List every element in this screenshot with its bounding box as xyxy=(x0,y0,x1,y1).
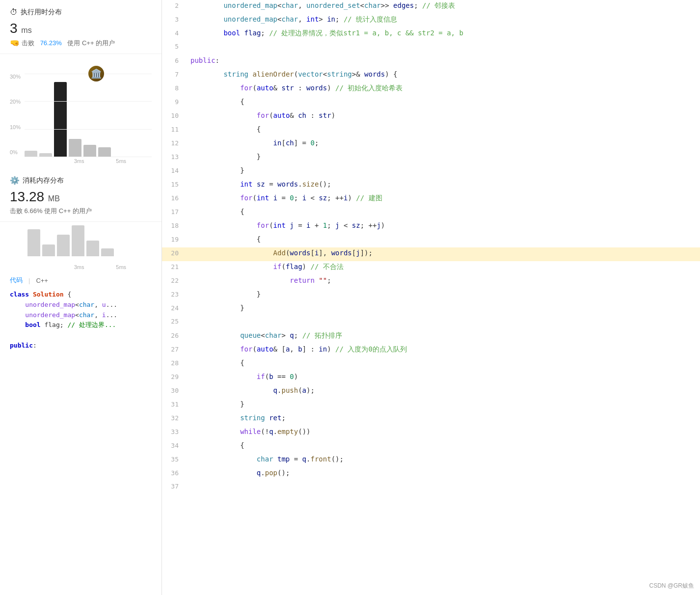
line-content-28: { xyxy=(187,357,700,369)
line-num-20: 20 xyxy=(162,248,187,258)
line-num-22: 22 xyxy=(162,275,187,286)
code-line-8: 8 for(auto& str : words) // 初始化入度哈希表 xyxy=(162,82,700,96)
code-line-36: 36 q.pop(); xyxy=(162,467,700,481)
bar-4 xyxy=(69,139,81,157)
watermark: CSDN @GR鲅鱼 xyxy=(649,582,694,590)
line-content-2: unordered_map<char, unordered_set<char>>… xyxy=(187,0,700,11)
chart-avatar: 🏛️ xyxy=(87,65,105,82)
code-tab-bar: 代码 | C++ xyxy=(10,276,152,285)
line-num-34: 34 xyxy=(162,440,187,451)
x-label-3ms-1: 3ms xyxy=(70,158,89,164)
line-content-18: for(int j = i + 1; j < sz; ++j) xyxy=(187,220,700,231)
line-num-16: 16 xyxy=(162,193,187,203)
code-line-15: 15 int sz = words.size(); xyxy=(162,179,700,192)
bar-5 xyxy=(83,145,96,157)
line-content-7: string alienOrder(vector<string>& words)… xyxy=(187,69,700,80)
time-sub: 🤜 击败 76.23% 使用 C++ 的用户 xyxy=(10,38,152,48)
time-chart-area: 30% 20% 10% 0% 🏛️ xyxy=(0,54,162,164)
line-num-26: 26 xyxy=(162,330,187,341)
left-panel: ⏱ 执行用时分布 3 ms 🤜 击败 76.23% 使用 C++ 的用户 30%… xyxy=(0,0,162,595)
line-content-35: char tmp = q.front(); xyxy=(187,454,700,465)
code-line-6: 6 public: xyxy=(162,55,700,69)
time-section: ⏱ 执行用时分布 3 ms 🤜 击败 76.23% 使用 C++ 的用户 xyxy=(0,0,162,54)
code-line-26: 26 queue<char> q; // 拓扑排序 xyxy=(162,330,700,344)
code-section-left: 代码 | C++ class Solution { unordered_map<… xyxy=(0,270,162,595)
code-line-35: 35 char tmp = q.front(); xyxy=(162,454,700,467)
line-num-17: 17 xyxy=(162,207,187,217)
code-line-12: 12 in[ch] = 0; xyxy=(162,137,700,151)
bar-3 xyxy=(54,82,67,157)
line-content-30: q.push(a); xyxy=(187,385,700,396)
code-line-23: 23 } xyxy=(162,289,700,302)
line-content-14: } xyxy=(187,165,700,176)
line-num-31: 31 xyxy=(162,399,187,409)
line-content-20: Add(words[i], words[j]); xyxy=(187,247,700,259)
mini-bar-3 xyxy=(57,235,70,256)
code-line-28: 28 { xyxy=(162,357,700,371)
line-num-2: 2 xyxy=(162,0,187,11)
line-content-29: if(b == 0) xyxy=(187,371,700,382)
line-content-15: int sz = words.size(); xyxy=(187,179,700,190)
line-content-27: for(auto& [a, b] : in) // 入度为0的点入队列 xyxy=(187,344,700,355)
beat-icon: 🤜 xyxy=(10,38,20,48)
mini-bar-1 xyxy=(27,229,40,256)
line-num-6: 6 xyxy=(162,55,187,66)
code-line-3: 3 unordered_map<char, int> in; // 统计入度信息 xyxy=(162,14,700,27)
mini-bar-5 xyxy=(86,241,99,256)
line-num-13: 13 xyxy=(162,152,187,162)
clock-icon: ⏱ xyxy=(10,8,18,17)
code-line-13: 13 } xyxy=(162,151,700,165)
line-num-8: 8 xyxy=(162,83,187,93)
tab-code[interactable]: 代码 xyxy=(10,276,23,285)
memory-value: 13.28 MB xyxy=(10,189,152,205)
line-content-32: string ret; xyxy=(187,412,700,424)
x-label-5ms-1: 5ms xyxy=(111,158,131,164)
bar-1 xyxy=(25,151,37,157)
tab-divider: | xyxy=(28,277,30,284)
line-num-27: 27 xyxy=(162,344,187,354)
line-num-25: 25 xyxy=(162,316,187,326)
code-line-17: 17 { xyxy=(162,206,700,220)
code-line-14: 14 } xyxy=(162,165,700,179)
mini-bar-2 xyxy=(42,244,55,256)
code-line-30: 30 q.push(a); xyxy=(162,385,700,399)
code-line-24: 24 } xyxy=(162,302,700,316)
y-label-0: 0% xyxy=(10,149,21,155)
time-unit: ms xyxy=(21,26,31,34)
line-num-5: 5 xyxy=(162,41,187,52)
line-num-10: 10 xyxy=(162,110,187,121)
code-line-37: 37 xyxy=(162,481,700,495)
line-content-34: { xyxy=(187,440,700,451)
code-line-34: 34 { xyxy=(162,440,700,454)
line-num-30: 30 xyxy=(162,385,187,396)
line-num-9: 9 xyxy=(162,97,187,107)
x-label-5ms-2: 5ms xyxy=(111,264,131,270)
code-line-29: 29 if(b == 0) xyxy=(162,371,700,385)
tab-cpp[interactable]: C++ xyxy=(36,277,48,284)
line-num-3: 3 xyxy=(162,14,187,25)
code-line-25: 25 xyxy=(162,316,700,330)
line-num-15: 15 xyxy=(162,179,187,189)
line-num-28: 28 xyxy=(162,358,187,368)
code-line-20: 20 Add(words[i], words[j]); xyxy=(162,247,700,261)
line-num-14: 14 xyxy=(162,165,187,176)
code-line-9: 9 { xyxy=(162,96,700,110)
code-line-11: 11 { xyxy=(162,124,700,137)
line-content-17: { xyxy=(187,206,700,217)
code-line-33: 33 while(!q.empty()) xyxy=(162,426,700,440)
line-content-13: } xyxy=(187,151,700,162)
line-content-12: in[ch] = 0; xyxy=(187,137,700,149)
line-content-3: unordered_map<char, int> in; // 统计入度信息 xyxy=(187,14,700,25)
line-content-9: { xyxy=(187,96,700,108)
code-line-19: 19 { xyxy=(162,234,700,247)
code-line-7: 7 string alienOrder(vector<string>& word… xyxy=(162,69,700,82)
line-num-21: 21 xyxy=(162,262,187,272)
bar-6 xyxy=(98,147,111,157)
line-content-22: return ""; xyxy=(187,275,700,286)
mini-bar-6 xyxy=(101,248,114,256)
line-num-24: 24 xyxy=(162,303,187,313)
code-line-16: 16 for(int i = 0; i < sz; ++i) // 建图 xyxy=(162,192,700,206)
line-num-35: 35 xyxy=(162,454,187,464)
line-content-4: bool flag; // 处理边界情况，类似str1 = a, b, c &&… xyxy=(187,27,700,39)
bar-2 xyxy=(39,153,52,157)
